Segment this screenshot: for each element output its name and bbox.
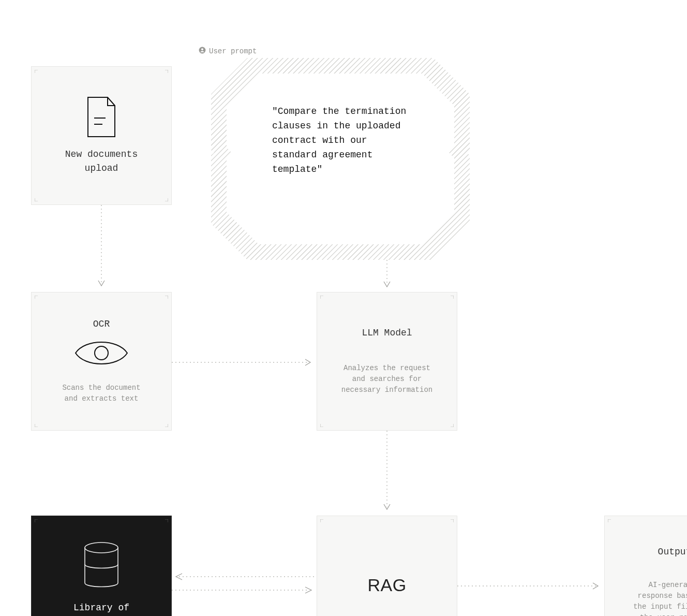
corner-tick-icon — [451, 424, 454, 427]
corner-tick-icon — [35, 424, 38, 427]
arrow-llm-to-rag — [385, 431, 395, 517]
llm-desc: Analyzes the request and searches for ne… — [341, 363, 432, 395]
arrow-rag-library — [172, 573, 318, 597]
corner-tick-icon — [320, 519, 323, 522]
corner-tick-icon — [35, 296, 38, 299]
output-card: Output AI-generated response based on th… — [604, 516, 687, 616]
upload-title: New documents upload — [65, 148, 138, 175]
corner-tick-icon — [35, 519, 38, 522]
arrow-rag-to-output — [457, 583, 605, 593]
arrow-ocr-to-llm — [172, 359, 318, 370]
output-title: Output — [658, 547, 687, 557]
arrow-prompt-to-llm — [385, 260, 395, 293]
svg-point-1 — [201, 48, 203, 50]
diagram-canvas: User prompt "Compare the termination cla… — [0, 0, 687, 616]
corner-tick-icon — [35, 198, 38, 201]
user-prompt-box: "Compare the termination clauses in the … — [248, 87, 435, 209]
corner-tick-icon — [165, 70, 168, 73]
user-prompt-label-text: User prompt — [209, 47, 257, 55]
ocr-title: OCR — [93, 319, 110, 329]
corner-tick-icon — [451, 519, 454, 522]
rag-card: RAG — [317, 516, 457, 616]
corner-tick-icon — [608, 519, 611, 522]
ocr-card: OCR Scans the document and extracts text — [31, 292, 172, 431]
svg-point-6 — [85, 542, 118, 553]
corner-tick-icon — [320, 296, 323, 299]
document-icon — [85, 96, 118, 140]
user-prompt-label: User prompt — [199, 47, 257, 56]
upload-card: New documents upload — [31, 66, 172, 205]
rag-title: RAG — [367, 575, 406, 595]
svg-point-5 — [95, 346, 108, 360]
corner-tick-icon — [165, 519, 168, 522]
corner-tick-icon — [451, 296, 454, 299]
corner-tick-icon — [35, 70, 38, 73]
library-card: Library of documents — [31, 516, 172, 616]
corner-tick-icon — [165, 424, 168, 427]
library-title: Library of documents — [73, 601, 129, 617]
ocr-desc: Scans the document and extracts text — [62, 383, 140, 404]
arrow-upload-to-ocr — [99, 205, 110, 293]
database-icon — [82, 541, 121, 594]
user-icon — [199, 47, 206, 56]
user-prompt-text: "Compare the termination clauses in the … — [272, 105, 411, 177]
llm-title: LLM Model — [362, 328, 412, 338]
corner-tick-icon — [165, 296, 168, 299]
output-desc: AI-generated response based on the input… — [633, 580, 687, 616]
corner-tick-icon — [320, 424, 323, 427]
eye-icon — [73, 336, 129, 372]
corner-tick-icon — [165, 198, 168, 201]
llm-card: LLM Model Analyzes the request and searc… — [317, 292, 457, 431]
